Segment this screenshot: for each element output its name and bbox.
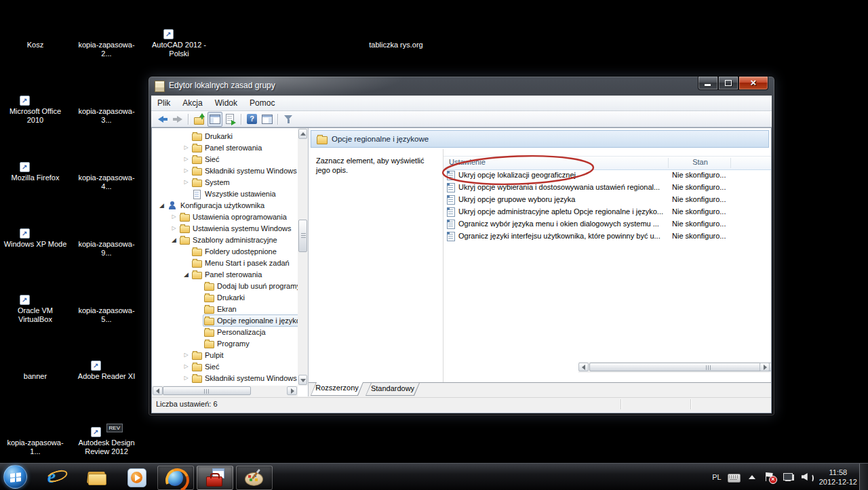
view-tab[interactable]: Rozszerzony [311,382,363,396]
policy-setting-row[interactable]: Ukryj opcje wybierania i dostosowywania … [443,182,771,194]
desktop-icon[interactable]: banner [3,337,68,381]
tree-item[interactable]: Szablony administracyjne [152,234,298,245]
tree-item[interactable]: Drukarki [152,130,298,142]
desktop-icon[interactable]: Microsoft Office 2010 [3,72,68,125]
tree-horizontal-scrollbar[interactable] [152,386,298,396]
toolbar-icon[interactable] [239,113,244,126]
tree-item[interactable]: Foldery udostępnione [152,245,298,257]
scroll-left-button[interactable] [578,363,589,371]
taskbar-button[interactable] [157,466,194,490]
expander-icon[interactable] [182,156,191,162]
tree-vertical-scrollbar[interactable] [298,128,308,386]
tree-item[interactable]: Sieć [152,361,298,372]
policy-setting-row[interactable]: Ukryj opcje grupowe wyboru języka Nie sk… [443,194,771,206]
policy-setting-row[interactable]: Ukryj opcje administracyjne apletu Opcje… [443,206,771,218]
tree-item[interactable]: Programy [152,338,298,349]
language-indicator[interactable]: PL [712,473,721,481]
caption-button[interactable] [698,77,718,90]
taskbar-button[interactable] [119,466,155,489]
expander-icon[interactable] [182,271,191,278]
menu-item[interactable]: Akcja [176,96,208,110]
menu-item[interactable]: Widok [209,96,243,110]
expander-icon[interactable] [182,179,191,185]
caption-button[interactable] [718,77,738,90]
tree-item[interactable]: Menu Start i pasek zadań [152,257,298,268]
tree-item[interactable]: System [152,176,298,188]
tray-icon[interactable] [783,472,795,483]
expander-icon[interactable] [182,167,191,173]
list-horizontal-scrollbar[interactable] [578,362,770,373]
tree-item[interactable]: Ustawienia oprogramowania [152,211,298,222]
scroll-right-button[interactable] [760,363,770,371]
taskbar-button[interactable] [38,466,73,489]
tree-item[interactable]: Pulpit [152,349,298,361]
titlebar[interactable]: Edytor lokalnych zasad grupy [149,77,774,96]
tray-icon[interactable] [746,472,758,483]
view-tab[interactable]: Standardowy [366,383,420,396]
tree-item[interactable]: Dodaj lub usuń programy [152,280,298,291]
expander-icon[interactable] [182,375,191,381]
column-stan[interactable]: Stan [669,158,731,166]
tree-item[interactable]: Ustawienia systemu Windows [152,222,298,234]
scroll-thumb[interactable] [298,220,307,252]
scroll-up-button[interactable] [298,129,307,139]
tree-item[interactable]: Personalizacja [152,326,298,338]
desktop-icon[interactable]: AutoCAD 2012 - Polski [146,5,212,58]
policy-setting-row[interactable]: Ukryj opcję lokalizacji geograficznej Ni… [443,169,771,182]
tree-item[interactable]: Drukarki [152,291,298,303]
taskbar-button[interactable] [236,466,273,490]
taskbar-button[interactable] [197,466,233,490]
desktop-icon[interactable]: kopia-zapasowa-5... [74,271,139,324]
expander-icon[interactable] [182,352,191,358]
desktop-icon[interactable]: kopia-zapasowa-1... [3,403,68,456]
scroll-left-button[interactable] [153,386,163,395]
caption-button[interactable] [738,77,768,90]
expander-icon[interactable] [182,363,191,369]
policy-setting-row[interactable]: Ogranicz języki interfejsu użytkownika, … [443,230,771,243]
policy-setting-row[interactable]: Ogranicz wybór języka menu i okien dialo… [443,218,771,230]
expander-icon[interactable] [170,237,178,243]
menu-item[interactable]: Plik [151,96,176,110]
expander-icon[interactable] [182,144,191,150]
tray-icon[interactable] [801,472,813,483]
scroll-thumb[interactable] [163,386,251,395]
desktop-icon[interactable]: Mozilla Firefox [3,138,68,182]
clock[interactable]: 11:58 2012-12-12 [819,468,857,487]
toolbar-icon[interactable] [156,113,170,126]
expander-icon[interactable] [157,202,166,209]
menu-item[interactable]: Pomoc [243,96,281,110]
toolbar-icon[interactable] [193,113,206,126]
tree-item[interactable]: Składniki systemu Windows [152,372,298,384]
toolbar-icon[interactable] [245,113,259,126]
expander-icon[interactable] [170,225,178,231]
desktop-icon[interactable]: Windows XP Mode [3,205,68,249]
desktop-icon[interactable]: tabliczka rys.org [363,5,429,49]
desktop-icon[interactable]: REV Autodesk Design Review 2012 [74,403,139,456]
tray-icon[interactable] [764,472,776,483]
column-ustawienie[interactable]: Ustawienie [449,158,486,166]
desktop-icon[interactable]: Kosz [3,5,68,49]
tree-item[interactable]: Konfiguracja użytkownika [152,199,298,211]
tree-item[interactable]: Opcje regionalne i językowe [152,314,298,326]
show-desktop-button[interactable] [859,464,868,490]
desktop-icon[interactable]: kopia-zapasowa-3... [74,72,139,125]
toolbar-icon[interactable] [171,113,184,126]
tree-item[interactable]: Ekran [152,303,298,314]
scroll-thumb[interactable] [589,363,771,371]
tree-item[interactable]: Sieć [152,153,298,165]
desktop-icon[interactable]: kopia-zapasowa-2... [74,5,139,58]
toolbar-icon[interactable] [282,113,296,126]
desktop-icon[interactable]: Adobe Reader XI [74,337,139,381]
desktop-icon[interactable]: Oracle VM VirtualBox [3,271,68,324]
toolbar-icon[interactable] [224,113,237,126]
tray-icon[interactable] [728,472,740,483]
start-button[interactable] [3,465,27,489]
scroll-down-button[interactable] [298,375,307,385]
tree-item[interactable]: Panel sterowania [152,142,298,153]
toolbar-icon[interactable] [260,113,274,126]
scroll-right-button[interactable] [287,386,297,395]
expander-icon[interactable] [170,213,178,220]
taskbar-button[interactable] [79,466,114,489]
tree-item[interactable]: Składniki systemu Windows [152,165,298,176]
desktop-icon[interactable]: kopia-zapasowa-9... [74,205,139,258]
